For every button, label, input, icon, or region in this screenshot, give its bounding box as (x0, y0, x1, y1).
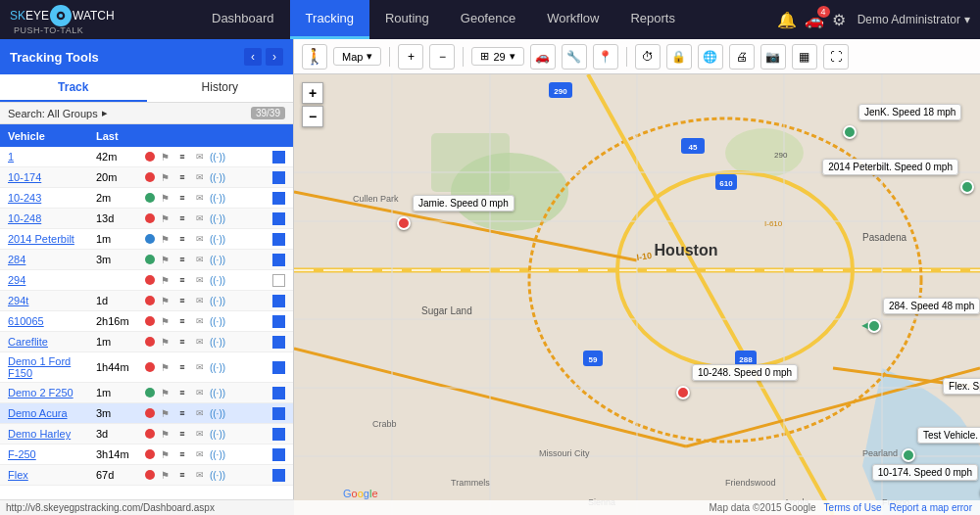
map-area[interactable]: 🚶 Map ▾ + − ⊞ 29 ▾ 🚗 🔧 📍 ⏱ 🔒 🌐 🖨 📷 ▦ (294, 39, 980, 515)
signal-icon[interactable]: ((·)) (210, 447, 225, 461)
mail-icon[interactable]: ✉ (192, 232, 208, 246)
vehicle-name[interactable]: 284 (8, 254, 96, 265)
vehicle-name[interactable]: F-250 (8, 448, 96, 460)
marker-test-vehicle[interactable]: Test Vehicle. Speed 35 mph (902, 448, 915, 462)
flag-icon[interactable]: ⚑ (157, 406, 172, 420)
flag-icon[interactable]: ⚑ (157, 468, 172, 482)
signal-icon[interactable]: ((·)) (210, 253, 225, 266)
signal-icon[interactable]: ((·)) (210, 386, 225, 399)
list-icon[interactable]: ≡ (174, 232, 190, 246)
sidebar-next[interactable]: › (266, 48, 283, 66)
list-icon[interactable]: ≡ (174, 335, 190, 349)
signal-icon[interactable]: ((·)) (210, 170, 225, 184)
map-type-btn[interactable]: Map ▾ (333, 47, 381, 66)
marker-peterbilt[interactable]: 2014 Peterbilt. Speed 0 mph (960, 180, 974, 194)
report-link[interactable]: Report a map error (890, 502, 972, 513)
list-icon[interactable]: ≡ (174, 468, 190, 482)
signal-icon[interactable]: ((·)) (210, 314, 225, 328)
marker-jenk[interactable]: JenK. Speed 18 mph (843, 125, 857, 139)
list-icon[interactable]: ≡ (174, 191, 190, 205)
mail-icon[interactable]: ✉ (192, 335, 208, 349)
vehicle-name[interactable]: 610065 (8, 315, 96, 327)
signal-icon[interactable]: ((·)) (210, 232, 225, 246)
mail-icon[interactable]: ✉ (192, 253, 208, 266)
flag-icon[interactable]: ⚑ (157, 427, 172, 441)
list-icon[interactable]: ≡ (174, 406, 190, 420)
map-tool-2[interactable]: 🔧 (562, 44, 587, 70)
marker-284[interactable]: ◄ 284. Speed 48 mph (867, 319, 881, 333)
map-tool-3[interactable]: 📍 (593, 44, 618, 70)
vehicle-name[interactable]: Demo 2 F250 (8, 387, 96, 398)
tab-history[interactable]: History (147, 74, 294, 102)
row-checkbox[interactable] (272, 469, 285, 482)
bell-icon[interactable]: 🔔 (777, 11, 797, 29)
flag-icon[interactable]: ⚑ (157, 191, 172, 205)
mail-icon[interactable]: ✉ (192, 273, 208, 287)
list-icon[interactable]: ≡ (174, 211, 190, 225)
flag-icon[interactable]: ⚑ (157, 273, 172, 287)
row-checkbox[interactable] (272, 361, 285, 374)
list-icon[interactable]: ≡ (174, 447, 190, 461)
nav-tracking[interactable]: Tracking (290, 0, 369, 39)
vehicle-name[interactable]: 10-248 (8, 212, 96, 224)
vehicle-name[interactable]: 10-243 (8, 192, 96, 204)
vehicle-name[interactable]: Flex (8, 469, 96, 481)
flag-icon[interactable]: ⚑ (157, 294, 172, 307)
signal-icon[interactable]: ((·)) (210, 273, 225, 287)
nav-geofence[interactable]: Geofence (445, 0, 531, 39)
signal-icon[interactable]: ((·)) (210, 360, 225, 374)
vehicle-name[interactable]: Demo Acura (8, 407, 96, 419)
list-icon[interactable]: ≡ (174, 314, 190, 328)
list-icon[interactable]: ≡ (174, 253, 190, 266)
vehicle-name[interactable]: Careflite (8, 336, 96, 348)
row-checkbox[interactable] (272, 428, 285, 441)
flag-icon[interactable]: ⚑ (157, 335, 172, 349)
vehicle-name[interactable]: Demo Harley (8, 428, 96, 440)
list-icon[interactable]: ≡ (174, 360, 190, 374)
signal-icon[interactable]: ((·)) (210, 191, 225, 205)
mail-icon[interactable]: ✉ (192, 386, 208, 399)
flag-icon[interactable]: ⚑ (157, 232, 172, 246)
nav-reports[interactable]: Reports (614, 0, 691, 39)
vehicle-name[interactable]: 10-174 (8, 171, 96, 183)
signal-icon[interactable]: ((·)) (210, 406, 225, 420)
row-checkbox[interactable] (272, 192, 285, 205)
camera-icon-btn[interactable]: 📷 (760, 44, 786, 70)
sidebar-prev[interactable]: ‹ (244, 48, 262, 66)
signal-icon[interactable]: ((·)) (210, 427, 225, 441)
zoom-in-map[interactable]: + (398, 44, 423, 70)
list-icon[interactable]: ≡ (174, 386, 190, 399)
lock-icon-btn[interactable]: 🔒 (666, 44, 692, 70)
row-checkbox[interactable] (272, 151, 285, 164)
mail-icon[interactable]: ✉ (192, 447, 208, 461)
map-canvas[interactable]: I-10 I-610 290 Houston Sugar Land Pasade… (294, 74, 980, 515)
expand-icon-btn[interactable]: ⛶ (823, 44, 849, 70)
nav-routing[interactable]: Routing (369, 0, 445, 39)
vehicle-name[interactable]: 2014 Peterbilt (8, 233, 96, 245)
row-checkbox[interactable] (272, 387, 285, 399)
settings-icon[interactable]: ⚙ (832, 11, 846, 29)
nav-workflow[interactable]: Workflow (531, 0, 614, 39)
vehicle-name[interactable]: 1 (8, 151, 96, 163)
mail-icon[interactable]: ✉ (192, 427, 208, 441)
flag-icon[interactable]: ⚑ (157, 211, 172, 225)
row-checkbox[interactable] (272, 448, 285, 461)
signal-icon[interactable]: ((·)) (210, 335, 225, 349)
mail-icon[interactable]: ✉ (192, 468, 208, 482)
flag-icon[interactable]: ⚑ (157, 150, 172, 164)
clock-icon-btn[interactable]: ⏱ (635, 44, 661, 70)
signal-icon[interactable]: ((·)) (210, 294, 225, 307)
flag-icon[interactable]: ⚑ (157, 386, 172, 399)
signal-icon[interactable]: ((·)) (210, 150, 225, 164)
list-icon[interactable]: ≡ (174, 150, 190, 164)
row-checkbox[interactable] (272, 315, 285, 328)
mail-icon[interactable]: ✉ (192, 170, 208, 184)
row-checkbox[interactable] (272, 336, 285, 349)
row-checkbox[interactable] (272, 233, 285, 246)
flag-icon[interactable]: ⚑ (157, 170, 172, 184)
row-checkbox[interactable] (272, 171, 285, 184)
mail-icon[interactable]: ✉ (192, 406, 208, 420)
vehicle-name[interactable]: Demo 1 Ford F150 (8, 355, 96, 379)
list-icon[interactable]: ≡ (174, 170, 190, 184)
table-icon-btn[interactable]: ▦ (792, 44, 817, 70)
